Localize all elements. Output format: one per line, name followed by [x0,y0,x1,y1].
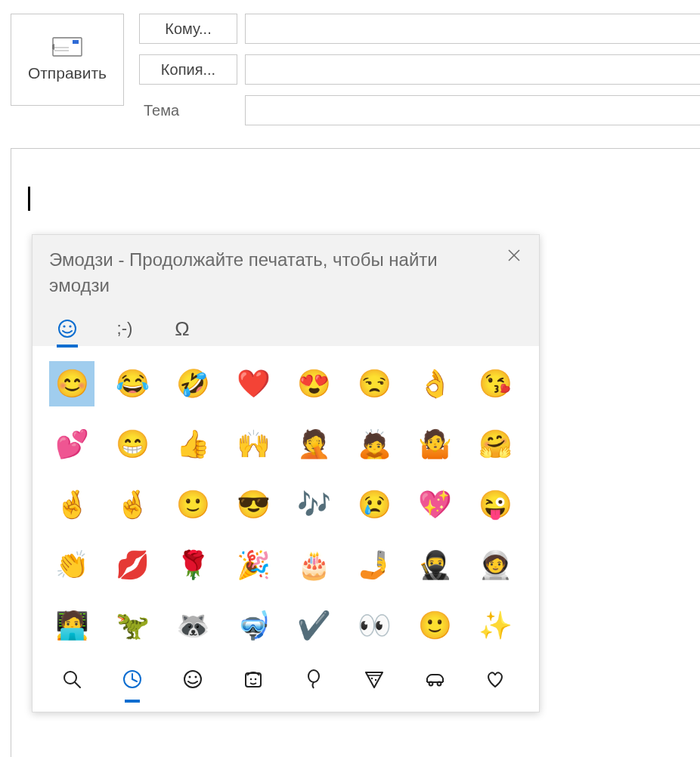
svg-point-8 [69,326,71,328]
svg-line-10 [75,682,80,687]
emoji-musical-notes[interactable]: 🎶 [291,482,336,527]
emoji-two-hearts[interactable]: 💕 [49,422,94,467]
smiley-outline-icon [181,668,204,691]
category-recent[interactable] [110,660,155,698]
emoji-astronaut[interactable]: 🧑‍🚀 [472,542,518,588]
emoji-sparkling-heart[interactable]: 💖 [412,482,457,527]
emoji-crossed-fingers[interactable]: 🤞 [49,482,94,527]
emoji-scuba-diver[interactable]: 🤿 [231,603,276,648]
to-input[interactable] [245,14,700,44]
svg-line-13 [132,679,137,681]
emoji-crossed-fingers-alt[interactable]: 🤞 [110,482,155,527]
cc-button[interactable]: Копия... [139,54,237,85]
heart-icon [484,668,506,691]
emoji-face-blowing-kiss[interactable]: 😘 [472,361,518,406]
svg-point-21 [371,678,373,679]
emoji-slightly-smiling-face[interactable]: 🙂 [170,482,215,527]
svg-point-14 [184,671,201,687]
emoji-panel-header: Эмодзи - Продолжайте печатать, чтобы най… [33,235,539,346]
smiley-icon [57,319,77,338]
send-button[interactable]: Отправить [11,14,124,106]
svg-rect-1 [73,40,79,44]
emoji-t-rex[interactable]: 🦖 [110,603,155,648]
tab-symbols[interactable]: Ω [167,311,197,346]
svg-point-15 [189,676,191,678]
emoji-ok-hand[interactable]: 👌 [412,361,457,406]
address-fields: Кому... Копия... Тема [139,14,700,136]
category-people[interactable] [231,660,276,698]
emoji-eyes[interactable]: 👀 [352,603,397,648]
emoji-person-shrugging[interactable]: 🤷 [412,422,457,467]
category-transport[interactable] [412,660,457,698]
emoji-raising-hands[interactable]: 🙌 [231,422,276,467]
close-icon [507,249,521,262]
emoji-smiling-face-blush[interactable]: 😊 [49,361,94,406]
emoji-face-tears-joy[interactable]: 😂 [110,361,155,406]
emoji-red-heart[interactable]: ❤️ [231,361,276,406]
emoji-hugging-face[interactable]: 🤗 [472,422,518,467]
svg-point-18 [250,678,252,681]
svg-point-7 [63,326,65,328]
cc-input[interactable] [245,54,700,85]
tab-emoji[interactable] [52,311,82,346]
emoji-smiling-face-sunglasses[interactable]: 😎 [231,482,276,527]
emoji-technologist[interactable]: 🧑‍💻 [49,603,94,648]
emoji-rose[interactable]: 🌹 [170,542,215,588]
subject-label: Тема [139,102,237,119]
svg-point-20 [308,670,319,682]
emoji-party-popper[interactable]: 🎉 [231,542,276,588]
emoji-panel-tabs: ;-) Ω [49,298,522,346]
svg-point-25 [438,682,441,686]
emoji-clapping-hands[interactable]: 👏 [49,542,94,588]
category-search[interactable] [49,660,94,698]
pizza-icon [363,668,386,691]
emoji-panel: Эмодзи - Продолжайте печатать, чтобы най… [32,234,540,712]
svg-point-19 [255,678,257,681]
emoji-slightly-smiling-face-2[interactable]: 🙂 [412,603,457,648]
emoji-unamused-face[interactable]: 😒 [352,361,397,406]
clock-icon [121,668,144,691]
emoji-person-facepalming[interactable]: 🤦 [291,422,336,467]
emoji-rolling-on-floor-laughing[interactable]: 🤣 [170,361,215,406]
svg-point-24 [429,682,433,686]
emoji-birthday-cake[interactable]: 🎂 [291,542,336,588]
envelope-icon [52,37,82,57]
emoji-raccoon[interactable]: 🦝 [170,603,215,648]
emoji-beaming-face[interactable]: 😁 [110,422,155,467]
close-button[interactable] [503,246,525,268]
emoji-thumbs-up[interactable]: 👍 [170,422,215,467]
emoji-sparkles[interactable]: ✨ [472,603,518,648]
emoji-kiss-mark[interactable]: 💋 [110,542,155,588]
text-cursor [28,187,30,211]
emoji-selfie[interactable]: 🤳 [352,542,397,588]
balloon-icon [302,668,325,691]
car-icon [423,668,446,691]
svg-point-22 [375,679,376,681]
category-hearts[interactable] [472,660,518,698]
tab-kaomoji[interactable]: ;-) [110,311,140,346]
emoji-grid: 😊😂🤣❤️😍😒👌😘💕😁👍🙌🤦🙇🤷🤗🤞🤞🙂😎🎶😢💖😜👏💋🌹🎉🎂🤳🥷🧑‍🚀🧑‍💻🦖🦝… [33,346,539,656]
emoji-check-mark[interactable]: ✔️ [291,603,336,648]
emoji-categories [33,656,539,712]
emoji-smiling-face-heart-eyes[interactable]: 😍 [291,361,336,406]
emoji-panel-title: Эмодзи - Продолжайте печатать, чтобы най… [49,247,457,298]
category-smileys[interactable] [170,660,215,698]
send-label: Отправить [28,64,107,82]
person-icon [242,668,265,691]
to-button[interactable]: Кому... [139,14,237,44]
compose-header: Отправить Кому... Копия... Тема [11,14,700,136]
search-icon [60,668,83,691]
emoji-ninja[interactable]: 🥷 [412,542,457,588]
emoji-winking-face-tongue[interactable]: 😜 [472,482,518,527]
emoji-person-bowing[interactable]: 🙇 [352,422,397,467]
subject-input[interactable] [245,95,700,125]
svg-point-6 [59,320,76,337]
emoji-crying-face[interactable]: 😢 [352,482,397,527]
category-celebration[interactable] [291,660,336,698]
category-food[interactable] [352,660,397,698]
svg-point-16 [195,676,197,678]
